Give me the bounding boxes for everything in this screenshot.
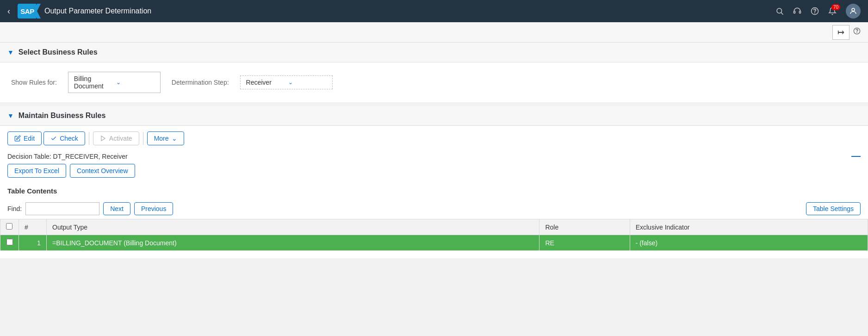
data-table: # Output Type Role Exclusive Indicator 1… <box>0 219 868 251</box>
search-icon <box>775 7 784 15</box>
select-rules-body: Show Rules for: Billing Document ⌄ Deter… <box>0 62 868 102</box>
check-label: Check <box>60 135 78 142</box>
next-button[interactable]: Next <box>103 202 130 215</box>
row-checkbox[interactable] <box>6 239 13 245</box>
notifications-button[interactable]: 70 <box>828 7 837 15</box>
row-checkbox-cell <box>0 235 19 251</box>
select-rules-title: Select Business Rules <box>19 48 98 56</box>
avatar-button[interactable] <box>846 4 861 19</box>
show-rules-select[interactable]: Billing Document ⌄ <box>68 72 161 93</box>
check-button[interactable]: Check <box>43 131 85 145</box>
page-title: Output Parameter Determination <box>44 7 768 15</box>
page-content: ▼ Select Business Rules Show Rules for: … <box>0 43 868 258</box>
edit-label: Edit <box>24 135 35 142</box>
row-output-type: =BILLING_DOCUMENT (Billing Document) <box>47 235 539 251</box>
maintain-rules-title: Maintain Business Rules <box>19 112 106 120</box>
select-business-rules-section: ▼ Select Business Rules Show Rules for: … <box>0 43 868 102</box>
app-header: ‹ SAP Output Parameter Determination 70 <box>0 0 868 22</box>
more-chevron-icon: ⌄ <box>172 135 177 142</box>
maintain-rules-toolbar: Edit Check Activate More ⌄ <box>0 126 868 145</box>
select-business-rules-header[interactable]: ▼ Select Business Rules <box>0 43 868 62</box>
col-num-header: # <box>19 219 47 235</box>
svg-point-8 <box>857 32 857 33</box>
headset-button[interactable] <box>793 7 801 15</box>
determination-step-select[interactable]: Receiver ⌄ <box>240 75 333 89</box>
svg-line-1 <box>781 12 783 14</box>
panel-toggle-button[interactable]: ↦ <box>832 25 849 40</box>
back-button[interactable]: ‹ <box>7 6 10 16</box>
avatar <box>846 4 861 19</box>
col-role-header: Role <box>539 219 630 235</box>
table-settings-button[interactable]: Table Settings <box>806 202 861 215</box>
show-rules-value: Billing Document <box>74 75 112 90</box>
previous-button[interactable]: Previous <box>134 202 173 215</box>
headset-icon <box>793 7 801 15</box>
notification-count: 70 <box>831 4 840 10</box>
context-overview-button[interactable]: Context Overview <box>70 164 135 178</box>
find-label: Find: <box>7 205 22 212</box>
help-icon <box>811 7 819 15</box>
show-rules-chevron-icon: ⌄ <box>116 79 155 86</box>
export-excel-button[interactable]: Export To Excel <box>7 164 66 178</box>
select-rules-chevron-icon: ▼ <box>7 49 14 56</box>
find-input[interactable] <box>25 202 99 215</box>
form-row: Show Rules for: Billing Document ⌄ Deter… <box>11 72 857 93</box>
edit-button[interactable]: Edit <box>7 131 42 145</box>
check-icon <box>50 135 57 142</box>
svg-rect-2 <box>794 11 795 13</box>
determination-step-chevron-icon: ⌄ <box>288 79 327 86</box>
sap-logo-text: SAP <box>20 7 34 15</box>
col-exclusive-header: Exclusive Indicator <box>630 219 868 235</box>
table-row: 1=BILLING_DOCUMENT (Billing Document)RE-… <box>0 235 868 251</box>
edit-icon <box>14 135 21 142</box>
decision-table-title: Decision Table: DT_RECEIVER, Receiver <box>7 153 128 160</box>
decision-table-header: Decision Table: DT_RECEIVER, Receiver <box>0 145 868 164</box>
select-all-header <box>0 219 19 235</box>
table-container: # Output Type Role Exclusive Indicator 1… <box>0 219 868 258</box>
svg-marker-9 <box>101 136 105 141</box>
row-exclusive-indicator: - (false) <box>630 235 868 251</box>
help-button[interactable] <box>811 7 819 15</box>
activate-label: Activate <box>109 135 132 142</box>
show-rules-label: Show Rules for: <box>11 79 57 86</box>
col-output-type-header: Output Type <box>47 219 539 235</box>
header-icons: 70 <box>775 4 861 19</box>
search-button[interactable] <box>775 7 784 15</box>
panel-toolbar: ↦ <box>0 22 868 43</box>
collapse-button[interactable] <box>851 156 861 157</box>
maintain-business-rules-section: ▼ Maintain Business Rules Edit Check <box>0 106 868 258</box>
more-button[interactable]: More ⌄ <box>147 131 184 145</box>
table-body: 1=BILLING_DOCUMENT (Billing Document)RE-… <box>0 235 868 251</box>
btn-separator <box>89 132 89 145</box>
maintain-business-rules-header[interactable]: ▼ Maintain Business Rules <box>0 106 868 126</box>
more-label: More <box>154 135 169 142</box>
svg-point-0 <box>777 8 782 13</box>
table-header-row: # Output Type Role Exclusive Indicator <box>0 219 868 235</box>
activate-icon <box>100 135 106 142</box>
select-all-checkbox[interactable] <box>6 223 12 230</box>
maintain-rules-chevron-icon: ▼ <box>7 112 14 119</box>
dt-action-buttons: Export To Excel Context Overview <box>0 164 868 183</box>
panel-help-button[interactable] <box>853 27 861 37</box>
sap-logo: SAP <box>18 4 37 19</box>
row-num: 1 <box>19 235 47 251</box>
context-overview-label: Context Overview <box>77 167 128 174</box>
determination-step-value: Receiver <box>246 79 285 86</box>
find-bar: Find: Next Previous Table Settings <box>0 199 868 219</box>
svg-point-5 <box>815 12 815 13</box>
btn-separator-2 <box>143 132 143 145</box>
table-contents-title: Table Contents <box>0 183 868 199</box>
svg-rect-3 <box>800 11 801 13</box>
row-role: RE <box>539 235 630 251</box>
export-excel-label: Export To Excel <box>14 167 59 174</box>
circle-help-icon <box>853 27 861 35</box>
panel-toggle-icon: ↦ <box>837 27 844 37</box>
determination-step-label: Determination Step: <box>172 79 229 86</box>
svg-point-6 <box>852 8 855 11</box>
activate-button[interactable]: Activate <box>93 131 139 145</box>
